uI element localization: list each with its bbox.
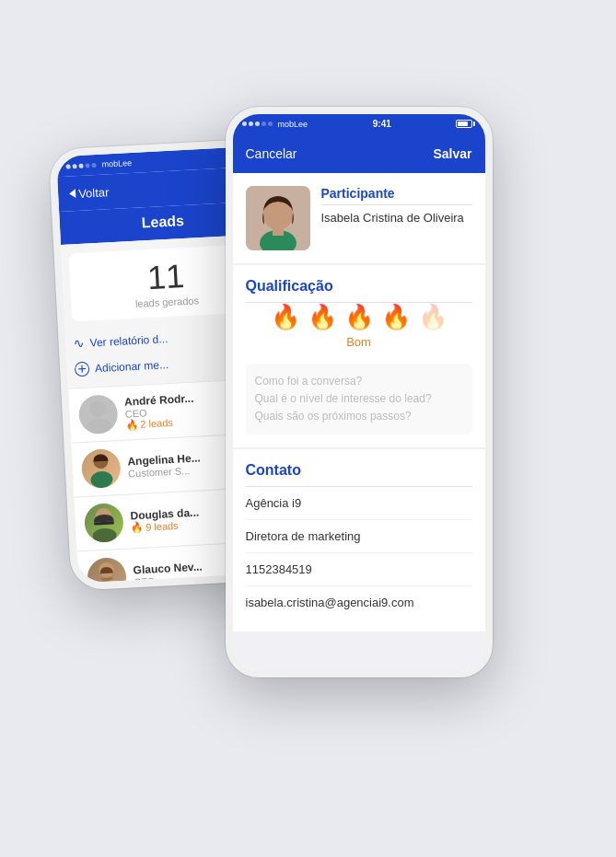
svg-point-0: [88, 400, 106, 417]
back-carrier-label: mobLee: [101, 157, 132, 168]
back-chevron-icon: [68, 189, 76, 198]
avatar: [77, 394, 118, 434]
save-button[interactable]: Salvar: [433, 146, 471, 161]
cancel-button[interactable]: Cancelar: [246, 146, 297, 161]
dot-4: [85, 162, 89, 167]
dot-1: [242, 122, 247, 126]
dot-5: [268, 122, 273, 126]
contact-section: Contato Agência i9 Diretora de marketing…: [233, 449, 485, 631]
leads-count-text: 9 leads: [145, 519, 178, 532]
front-time: 9:41: [373, 119, 391, 129]
dot-4: [262, 122, 266, 126]
flame-1-icon[interactable]: 🔥: [271, 303, 300, 331]
participant-photo: [246, 186, 310, 250]
phone-front: mobLee 9:41 Cancelar Salvar: [226, 107, 493, 677]
flame-icon: 🔥: [125, 418, 139, 431]
dot-1: [65, 163, 70, 168]
leads-count-text: 2 leads: [140, 416, 173, 429]
flame-3-icon[interactable]: 🔥: [344, 303, 374, 331]
rating-label: Bom: [346, 335, 371, 349]
front-nav-bar: Cancelar Salvar: [233, 134, 485, 173]
back-signal-dots: mobLee: [65, 157, 132, 170]
flame-4-icon[interactable]: 🔥: [381, 303, 411, 331]
flame-2-icon[interactable]: 🔥: [308, 303, 337, 331]
contact-company: Agência i9: [246, 487, 472, 520]
dot-2: [72, 163, 76, 168]
back-button[interactable]: Voltar: [68, 184, 109, 200]
notes-textarea[interactable]: Como foi a conversa? Qual é o nível de i…: [246, 364, 472, 435]
back-button-label: Voltar: [77, 184, 109, 200]
dot-5: [91, 162, 96, 167]
qualification-section: Qualificação 🔥 🔥 🔥 🔥 🔥 Bom Como foi a co…: [233, 265, 485, 448]
participant-section: Participante Isabela Cristina de Oliveir…: [233, 173, 485, 263]
avatar: [83, 502, 123, 542]
qualification-header: Qualificação: [233, 265, 485, 302]
svg-point-1: [86, 417, 110, 434]
rating-area: 🔥 🔥 🔥 🔥 🔥 Bom Como foi a conversa? Qual …: [233, 303, 485, 448]
contact-email[interactable]: isabela.cristina@agenciai9.com: [246, 586, 472, 619]
front-content: Participante Isabela Cristina de Oliveir…: [233, 173, 485, 670]
divider: [321, 204, 472, 205]
chart-icon: ∿: [73, 335, 85, 351]
front-signal: mobLee: [242, 120, 308, 129]
avatar: [86, 556, 126, 583]
front-battery: [456, 120, 475, 128]
participant-label: Participante: [321, 186, 472, 201]
front-status-bar: mobLee 9:41: [233, 114, 485, 134]
svg-point-3: [89, 470, 112, 488]
front-carrier-label: mobLee: [278, 120, 308, 129]
add-label: Adicionar me...: [94, 358, 169, 375]
dot-3: [78, 163, 83, 168]
report-label: Ver relatório d...: [89, 332, 168, 349]
flame-row: 🔥 🔥 🔥 🔥 🔥: [271, 303, 447, 331]
flame-icon: 🔥: [130, 521, 144, 534]
contact-header: Contato: [246, 462, 472, 486]
plus-circle-icon: +: [74, 361, 89, 376]
avatar: [80, 448, 121, 489]
svg-point-12: [263, 201, 293, 230]
contact-title: Diretora de marketing: [246, 520, 472, 553]
participant-name: Isabela Cristina de Oliveira: [321, 211, 472, 225]
scene: mobLee Voltar L Leads 11 leads gerados: [41, 52, 575, 806]
back-screen-title: Leads: [141, 213, 184, 230]
dot-2: [249, 122, 253, 126]
dot-3: [255, 122, 260, 126]
svg-point-6: [92, 527, 117, 543]
participant-info: Participante Isabela Cristina de Oliveir…: [321, 186, 472, 250]
svg-point-8: [96, 581, 119, 583]
contact-phone[interactable]: 1152384519: [246, 553, 472, 586]
flame-5-icon[interactable]: 🔥: [418, 303, 447, 331]
